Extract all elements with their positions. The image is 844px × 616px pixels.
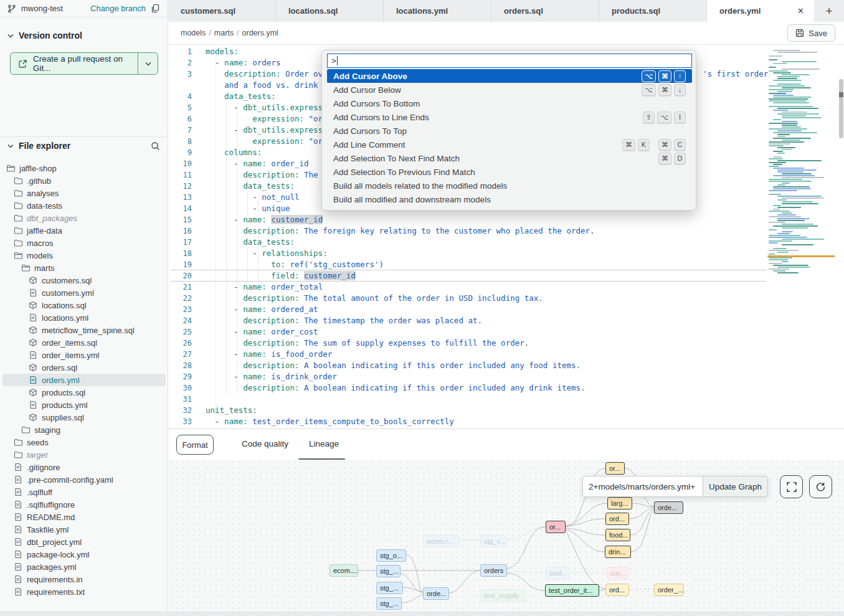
lineage-node-cus[interactable]: cus...: [606, 567, 629, 579]
tree-item-staging[interactable]: staging: [2, 424, 166, 436]
tree-item-products.sql[interactable]: products.sql: [2, 386, 166, 399]
scrollbar-thumb[interactable]: [839, 113, 843, 138]
tree-item-requirements.in[interactable]: requirements.in: [2, 573, 166, 585]
command-item-8[interactable]: Build all models related to the modified…: [327, 179, 692, 192]
tree-item-target[interactable]: target: [2, 448, 166, 461]
update-graph-button[interactable]: Update Graph: [703, 476, 768, 497]
lineage-node-test_supply[interactable]: test_supply...: [480, 589, 526, 602]
lineage-node-food[interactable]: food...: [605, 529, 630, 541]
fullscreen-button[interactable]: [780, 475, 803, 498]
command-item-4[interactable]: Add Cursors To Top: [327, 124, 692, 138]
lineage-node-order_[interactable]: order_...: [654, 584, 684, 596]
tree-item-.pre-commit-config.yaml[interactable]: .pre-commit-config.yaml: [2, 473, 166, 486]
tab-orders.sql[interactable]: orders.sql: [491, 0, 599, 22]
tree-item-.sqlfluff[interactable]: .sqlfluff: [2, 486, 166, 498]
lineage-node-orde[interactable]: orde...: [654, 501, 683, 514]
create-pull-request-button[interactable]: Create a pull request on Git...: [10, 52, 158, 75]
tree-item-label: packages.yml: [27, 562, 76, 572]
refresh-button[interactable]: [809, 475, 832, 498]
lineage-node-ord[interactable]: ord...: [605, 513, 629, 525]
command-item-0[interactable]: Add Cursor Above⌥⌘↑: [327, 69, 692, 83]
tree-item-seeds[interactable]: seeds: [2, 436, 166, 448]
lineage-node-stg_[interactable]: stg_...: [376, 597, 402, 610]
lineage-filter-input[interactable]: 2+models/marts/orders.yml+: [582, 476, 703, 497]
tree-item-locations.sql[interactable]: locations.sql: [2, 299, 166, 311]
tree-item-order_items.yml[interactable]: order_items.yml: [2, 349, 166, 361]
tree-item-jaffle-data[interactable]: jaffle-data: [2, 224, 166, 237]
lineage-node-stg_[interactable]: stg_...: [376, 582, 403, 594]
format-button[interactable]: Format: [176, 435, 214, 455]
command-item-6[interactable]: Add Selection To Next Find Match⌘D: [327, 151, 692, 165]
tree-item-supplies.sql[interactable]: supplies.sql: [2, 411, 166, 424]
tree-item-marts[interactable]: marts: [2, 262, 166, 274]
change-branch-link[interactable]: Change branch: [90, 4, 146, 13]
command-palette-input[interactable]: >: [327, 54, 692, 68]
tree-item-.gitignore[interactable]: .gitignore: [2, 461, 166, 473]
pr-options-caret[interactable]: [138, 53, 158, 74]
tree-item-macros[interactable]: macros: [2, 237, 166, 249]
command-item-3[interactable]: Add Cursors to Line Ends⇧⌥I: [327, 110, 692, 124]
tree-item-customers.yml[interactable]: customers.yml: [2, 287, 166, 299]
tree-item-orders.yml[interactable]: orders.yml: [2, 374, 166, 386]
tree-item-README.md[interactable]: README.md: [2, 511, 166, 523]
lineage-node-stg_[interactable]: stg_...: [376, 565, 401, 577]
line-number: 25: [173, 326, 192, 338]
close-tab-icon[interactable]: ✕: [796, 6, 805, 16]
tree-item-models[interactable]: models: [2, 249, 166, 262]
lineage-node-test_order_it[interactable]: test_order_it...: [545, 584, 599, 597]
tab-products.sql[interactable]: products.sql: [599, 0, 707, 22]
line-number: 20: [173, 270, 192, 282]
command-item-9[interactable]: Build all modified and downstream models: [327, 192, 692, 206]
tree-item-metricflow_time_spine.sql[interactable]: metricflow_time_spine.sql: [2, 324, 166, 336]
tree-item-dbt_project.yml[interactable]: dbt_project.yml: [2, 536, 166, 548]
save-button[interactable]: Save: [787, 24, 835, 42]
tree-item-requirements.txt[interactable]: requirements.txt: [2, 585, 166, 598]
tab-locations.sql[interactable]: locations.sql: [276, 0, 384, 22]
tree-item-packages.yml[interactable]: packages.yml: [2, 561, 166, 573]
lineage-node-ord[interactable]: ord...: [605, 584, 629, 596]
tree-item-order_items.sql[interactable]: order_items.sql: [2, 336, 166, 349]
tab-code-quality[interactable]: Code quality: [242, 429, 288, 458]
lineage-node-orde[interactable]: orde...: [423, 587, 449, 600]
tree-item-products.yml[interactable]: products.yml: [2, 399, 166, 411]
editor-scrollbar[interactable]: [839, 64, 843, 425]
file-explorer-header[interactable]: File explorer: [0, 138, 168, 154]
tree-item-package-lock.yml[interactable]: package-lock.yml: [2, 548, 166, 561]
tree-item-.github[interactable]: .github: [2, 174, 166, 187]
lineage-node-larg[interactable]: larg...: [607, 497, 632, 509]
command-item-5[interactable]: Add Line Comment⌘K⌘C: [327, 138, 692, 151]
minimap[interactable]: [767, 50, 837, 424]
command-item-1[interactable]: Add Cursor Below⌥⌘↓: [327, 83, 692, 97]
lineage-node-ecom[interactable]: ecom....: [330, 564, 358, 577]
lineage-node-or[interactable]: or...: [605, 462, 625, 475]
new-tab-button[interactable]: +: [815, 0, 843, 22]
tab-lineage[interactable]: Lineage: [309, 429, 339, 458]
lineage-node-ecomr[interactable]: ecom.r...: [423, 535, 459, 547]
tab-orders.yml[interactable]: orders.yml✕: [707, 0, 815, 22]
lineage-node-stg_o[interactable]: stg_o...: [376, 549, 406, 562]
tree-item-customers.sql[interactable]: customers.sql: [2, 274, 166, 287]
tree-item-orders.sql[interactable]: orders.sql: [2, 361, 166, 374]
lineage-node-cust[interactable]: cust...: [546, 567, 570, 579]
tree-item-jaffle-shop[interactable]: jaffle-shop: [2, 162, 166, 174]
lineage-node-orders[interactable]: orders: [480, 564, 507, 577]
tree-item-locations.yml[interactable]: locations.yml: [2, 311, 166, 324]
lineage-node-or[interactable]: or...: [546, 521, 566, 533]
tree-item-Taskfile.yml[interactable]: Taskfile.yml: [2, 523, 166, 536]
search-icon[interactable]: [151, 141, 160, 151]
lineage-node-drin[interactable]: drin...: [605, 546, 631, 558]
tab-locations.yml[interactable]: locations.yml: [384, 0, 491, 22]
tree-item-dbt_packages[interactable]: dbt_packages: [2, 212, 166, 224]
command-item-7[interactable]: Add Selection To Previous Find Match: [327, 165, 692, 179]
tree-item-analyses[interactable]: analyses: [2, 187, 166, 199]
tab-customers.sql[interactable]: customers.sql: [168, 0, 276, 22]
copy-icon[interactable]: [151, 4, 160, 13]
command-item-2[interactable]: Add Cursors To Bottom: [327, 97, 692, 110]
tree-item-data-tests[interactable]: data-tests: [2, 199, 166, 212]
create-pull-request-main[interactable]: Create a pull request on Git...: [11, 53, 138, 74]
lineage-canvas[interactable]: ecom....stg_o...stg_...stg_...stg_...ord…: [169, 460, 844, 612]
minimap-line: [777, 233, 790, 234]
tree-item-.sqlfluffignore[interactable]: .sqlfluffignore: [2, 498, 166, 511]
version-control-header[interactable]: Version control: [0, 27, 168, 44]
lineage-node-stg_c[interactable]: stg_c...: [480, 535, 506, 547]
